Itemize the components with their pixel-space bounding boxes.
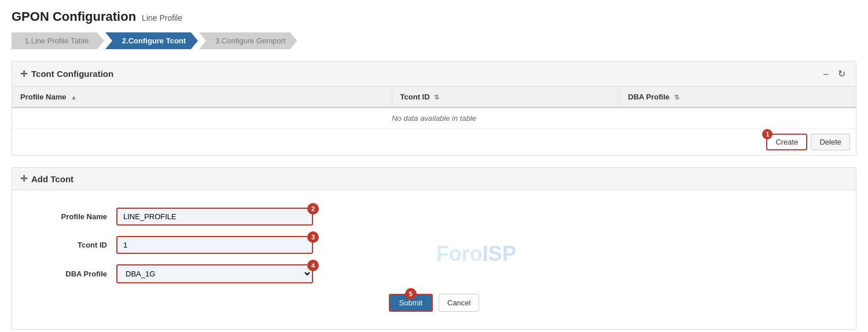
page-header: GPON Configuration Line Profile bbox=[12, 9, 856, 24]
add-tcont-card: ✛ Add Tcont ForoISP Profile Name 2 Tcont… bbox=[12, 167, 856, 330]
col-profile-name[interactable]: Profile Name ▲ bbox=[12, 87, 392, 108]
tcont-table: Profile Name ▲ Tcont ID ⇅ DBA Profile ⇅ … bbox=[12, 87, 856, 128]
tcont-id-input[interactable] bbox=[116, 236, 313, 254]
submit-btn-wrapper: 5 Submit bbox=[389, 294, 433, 312]
dba-profile-label: DBA Profile bbox=[24, 270, 116, 278]
tcont-config-header: ✛ Tcont Configuration – ↻ bbox=[12, 61, 856, 87]
create-button[interactable]: Create bbox=[766, 134, 807, 150]
profile-name-row: Profile Name 2 bbox=[24, 208, 844, 226]
steps-bar: 1.Line Profile Table 2.Configure Tcont 3… bbox=[12, 32, 856, 49]
card-actions: – ↻ bbox=[821, 67, 848, 80]
submit-badge: 5 bbox=[405, 288, 417, 300]
no-data-message: No data available in table bbox=[12, 108, 856, 128]
sort-icon-profile: ▲ bbox=[71, 94, 77, 101]
tcont-config-card: ✛ Tcont Configuration – ↻ Profile Name ▲… bbox=[12, 61, 856, 156]
add-tcont-header: ✛ Add Tcont bbox=[12, 168, 856, 190]
step-1[interactable]: 1.Line Profile Table bbox=[12, 32, 104, 49]
profile-name-badge: 2 bbox=[307, 203, 319, 215]
profile-name-label: Profile Name bbox=[24, 212, 116, 221]
dba-profile-row: DBA Profile DBA_1G DBA_100M DBA_10M 4 bbox=[24, 264, 844, 283]
form-buttons: 5 Submit Cancel bbox=[24, 294, 844, 312]
step-2[interactable]: 2.Configure Tcont bbox=[105, 32, 198, 49]
tcont-config-title: ✛ Tcont Configuration bbox=[20, 69, 113, 79]
dba-profile-badge: 4 bbox=[307, 260, 319, 271]
add-tcont-form-area: ForoISP Profile Name 2 Tcont ID 3 bbox=[12, 190, 856, 318]
no-data-row: No data available in table bbox=[12, 108, 856, 128]
table-header-row: Profile Name ▲ Tcont ID ⇅ DBA Profile ⇅ bbox=[12, 87, 856, 108]
add-tcont-icon: ✛ bbox=[20, 174, 28, 184]
refresh-button[interactable]: ↻ bbox=[836, 67, 848, 80]
tcont-id-row: Tcont ID 3 bbox=[24, 236, 844, 254]
cancel-button[interactable]: Cancel bbox=[439, 294, 479, 312]
tcont-id-input-wrapper: 3 bbox=[116, 236, 313, 254]
dba-profile-select[interactable]: DBA_1G DBA_100M DBA_10M bbox=[116, 264, 313, 283]
tcont-id-label: Tcont ID bbox=[24, 241, 116, 249]
page-title: GPON Configuration bbox=[12, 9, 136, 24]
tcont-id-badge: 3 bbox=[307, 231, 319, 243]
table-actions: 1 Create Delete bbox=[12, 128, 856, 155]
dba-profile-select-wrapper: DBA_1G DBA_100M DBA_10M 4 bbox=[116, 264, 313, 283]
sort-icon-dba: ⇅ bbox=[674, 94, 679, 101]
step-3[interactable]: 3.Configure Gemport bbox=[199, 32, 297, 49]
sort-icon-tcont: ⇅ bbox=[434, 94, 439, 101]
plugin-icon: ✛ bbox=[20, 69, 28, 79]
profile-name-input[interactable] bbox=[116, 208, 313, 226]
col-tcont-id[interactable]: Tcont ID ⇅ bbox=[392, 87, 620, 108]
delete-button[interactable]: Delete bbox=[811, 134, 850, 150]
col-dba-profile[interactable]: DBA Profile ⇅ bbox=[620, 87, 856, 108]
create-btn-wrapper: 1 Create bbox=[766, 134, 807, 150]
profile-name-input-wrapper: 2 bbox=[116, 208, 313, 226]
minimize-button[interactable]: – bbox=[821, 67, 831, 80]
page-subtitle: Line Profile bbox=[142, 13, 182, 23]
